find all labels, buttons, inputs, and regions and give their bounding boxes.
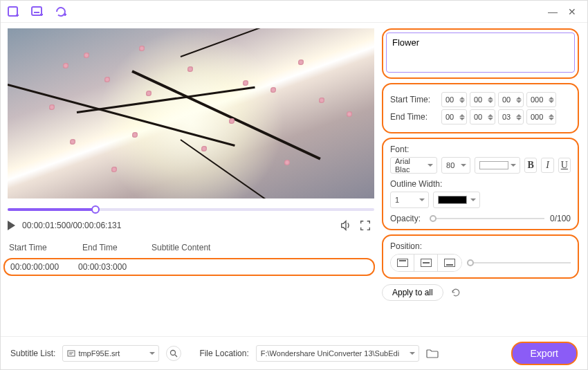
font-panel: Font: Arial Blac 80 B I U Outline Width:… — [382, 138, 579, 230]
outline-width-label: Outline Width: — [390, 179, 571, 189]
start-ss[interactable]: 00 — [498, 92, 524, 107]
position-middle-button[interactable] — [414, 255, 438, 271]
end-ss[interactable]: 03 — [498, 109, 524, 124]
titlebar: — ✕ — [1, 1, 587, 23]
add-subtitle-icon[interactable] — [30, 4, 45, 19]
search-subtitle-button[interactable] — [166, 346, 181, 361]
fullscreen-icon[interactable] — [359, 219, 371, 232]
svg-rect-1 — [32, 7, 42, 15]
opacity-value: 0/100 — [550, 214, 571, 223]
position-top-button[interactable] — [391, 255, 414, 271]
subtitle-table-header: Start Time End Time Subtitle Content — [6, 237, 375, 258]
start-hh[interactable]: 00 — [441, 92, 467, 107]
timeline-slider[interactable] — [8, 203, 374, 216]
refresh-icon[interactable] — [53, 4, 68, 19]
row-start: 00:00:00:000 — [10, 262, 64, 272]
apply-to-all-button[interactable]: Apply to all — [382, 284, 443, 301]
opacity-slider[interactable] — [430, 218, 544, 219]
subtitle-list-select[interactable]: tmpF95E.srt — [62, 345, 159, 362]
start-ms[interactable]: 000 — [526, 92, 556, 107]
folder-icon[interactable] — [426, 349, 439, 358]
font-size-select[interactable]: 80 — [441, 157, 470, 174]
add-media-icon[interactable] — [6, 4, 21, 19]
svg-rect-2 — [34, 12, 39, 13]
reset-icon[interactable] — [450, 287, 461, 298]
volume-icon[interactable] — [340, 219, 352, 232]
position-slider[interactable] — [468, 262, 571, 263]
minimize-button[interactable]: — — [543, 2, 562, 21]
end-hh[interactable]: 00 — [441, 109, 467, 124]
svg-line-7 — [175, 355, 177, 357]
start-mm[interactable]: 00 — [470, 92, 495, 107]
time-display: 00:00:01:500/00:00:06:131 — [22, 221, 121, 230]
row-end: 00:00:03:000 — [78, 262, 132, 272]
opacity-label: Opacity: — [390, 214, 425, 223]
bold-button[interactable]: B — [524, 158, 537, 173]
subtitle-list-label: Subtitle List: — [10, 349, 55, 358]
time-panel: Start Time: 00 00 00 000 End Time: 00 00… — [382, 83, 579, 133]
position-bottom-button[interactable] — [438, 255, 461, 271]
play-button[interactable] — [8, 221, 15, 230]
file-location-input[interactable]: F:\Wondershare UniConverter 13\SubEdi — [256, 345, 419, 362]
position-panel: Position: — [382, 234, 579, 279]
position-label: Position: — [390, 241, 571, 251]
export-button[interactable]: Export — [511, 342, 578, 365]
end-mm[interactable]: 00 — [470, 109, 495, 124]
italic-button[interactable]: I — [541, 158, 553, 173]
end-ms[interactable]: 000 — [526, 109, 556, 124]
file-location-label: File Location: — [199, 349, 248, 358]
outline-color-select[interactable] — [433, 192, 480, 208]
font-family-select[interactable]: Arial Blac — [390, 157, 437, 174]
subtitle-row[interactable]: 00:00:00:000 00:00:03:000 — [3, 258, 375, 276]
font-label: Font: — [390, 145, 571, 154]
start-time-label: Start Time: — [390, 95, 437, 104]
video-preview[interactable] — [8, 28, 374, 198]
svg-point-6 — [171, 350, 176, 355]
font-color-select[interactable] — [475, 157, 520, 174]
subtitle-text-panel — [382, 28, 579, 79]
subtitle-text-input[interactable] — [386, 33, 575, 73]
end-time-label: End Time: — [390, 112, 437, 122]
svg-rect-3 — [68, 351, 75, 356]
outline-width-select[interactable]: 1 — [390, 192, 429, 208]
underline-button[interactable]: U — [558, 158, 571, 173]
close-button[interactable]: ✕ — [562, 2, 582, 21]
